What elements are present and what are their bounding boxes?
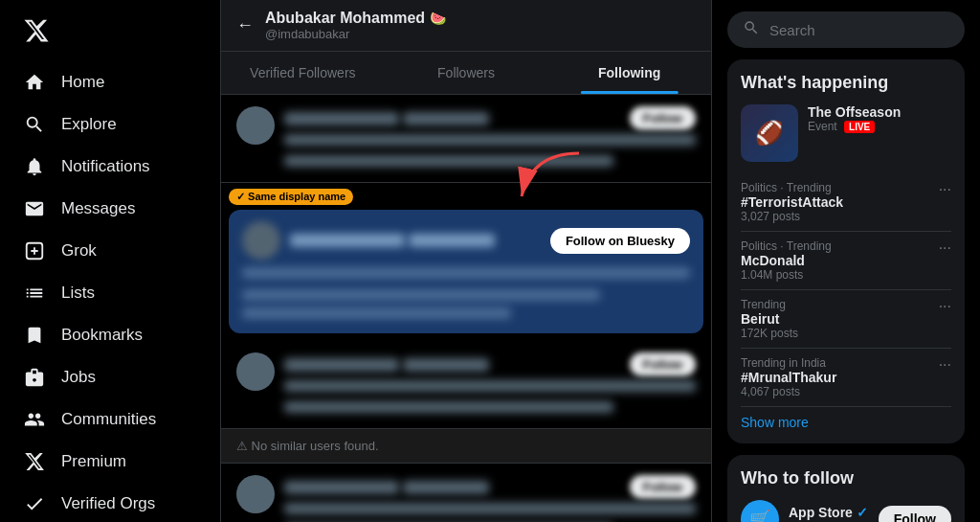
- trend-count: 4,067 posts: [741, 385, 836, 398]
- trend-item-0[interactable]: Politics · Trending #TerroristAttack 3,0…: [741, 173, 951, 232]
- event-name: The Offseason: [808, 104, 901, 120]
- sidebar-item-verified-orgs[interactable]: Verified Orgs: [11, 483, 209, 522]
- user-name-line: Follow: [284, 106, 696, 130]
- jobs-icon: [23, 366, 46, 389]
- trend-item-2[interactable]: Trending Beirut 172K posts ···: [741, 290, 951, 349]
- suggestion-avatar: 🛒: [741, 500, 779, 522]
- profile-handle: @imdabubakar: [265, 27, 446, 41]
- user-name-line: Follow: [284, 475, 696, 499]
- profile-info: Abubakar Mohammed 🍉 @imdabubakar: [265, 10, 446, 41]
- sidebar-label-communities: Communities: [61, 410, 156, 429]
- sidebar-label-messages: Messages: [61, 199, 135, 218]
- trend-category: Trending: [741, 298, 798, 311]
- blurred-handle: [403, 358, 489, 372]
- left-sidebar: Home Explore Notifications Messages Grok…: [0, 0, 220, 522]
- sidebar-label-lists: Lists: [61, 284, 95, 303]
- trend-more-icon[interactable]: ···: [939, 239, 951, 257]
- follow-button[interactable]: Follow: [630, 475, 696, 499]
- premium-icon: [23, 450, 46, 473]
- search-box[interactable]: [727, 11, 965, 48]
- sidebar-item-grok[interactable]: Grok: [11, 230, 209, 272]
- sidebar-label-notifications: Notifications: [61, 157, 150, 176]
- sidebar-item-jobs[interactable]: Jobs: [11, 356, 209, 398]
- blurred-username: [284, 112, 399, 125]
- trend-category: Politics · Trending: [741, 181, 843, 194]
- verified-badge-icon: ✓: [857, 505, 868, 520]
- trend-category: Trending in India: [741, 356, 836, 370]
- who-to-follow-title: Who to follow: [741, 468, 951, 488]
- avatar: [236, 106, 275, 145]
- search-input[interactable]: [769, 22, 949, 38]
- communities-icon: [23, 408, 46, 431]
- back-button[interactable]: ←: [236, 15, 254, 35]
- sidebar-label-bookmarks: Bookmarks: [61, 326, 143, 345]
- logo[interactable]: [11, 8, 209, 57]
- sidebar-item-lists[interactable]: Lists: [11, 272, 209, 314]
- trend-name: McDonald: [741, 253, 832, 268]
- blurred-bio: [284, 134, 696, 146]
- sidebar-item-premium[interactable]: Premium: [11, 441, 209, 483]
- sidebar-label-premium: Premium: [61, 452, 126, 471]
- sidebar-item-messages[interactable]: Messages: [11, 188, 209, 230]
- tab-following[interactable]: Following: [547, 52, 711, 94]
- blurred-bio2: [284, 155, 613, 167]
- sidebar-item-bookmarks[interactable]: Bookmarks: [11, 314, 209, 356]
- user-content: Follow: [284, 475, 696, 522]
- blurred-handle: [403, 112, 489, 125]
- trend-item-3[interactable]: Trending in India #MrunalThakur 4,067 po…: [741, 349, 951, 407]
- follow-suggestion-0: 🛒 App Store ✓ @AppStore Follow: [741, 500, 951, 522]
- profile-name: Abubakar Mohammed 🍉: [265, 10, 446, 27]
- follow-appstore-button[interactable]: Follow: [879, 506, 951, 522]
- who-to-follow-panel: Who to follow 🛒 App Store ✓ @AppStore Fo…: [727, 455, 965, 522]
- bluesky-avatar: [242, 221, 280, 260]
- list-item: Follow: [221, 464, 711, 522]
- tab-followers[interactable]: Followers: [385, 52, 548, 94]
- event-item[interactable]: 🏈 The Offseason Event LIVE: [741, 104, 951, 162]
- sidebar-label-jobs: Jobs: [61, 368, 96, 387]
- user-name-line: Follow: [284, 352, 696, 376]
- trend-more-icon[interactable]: ···: [939, 298, 951, 315]
- sidebar-item-communities[interactable]: Communities: [11, 398, 209, 441]
- trend-more-icon[interactable]: ···: [939, 181, 951, 198]
- follow-bluesky-button-1[interactable]: Follow on Bluesky: [550, 228, 690, 254]
- sidebar-label-home: Home: [61, 73, 104, 92]
- list-item: Follow: [221, 95, 711, 183]
- avatar: [236, 475, 275, 513]
- follow-button[interactable]: Follow: [630, 352, 696, 376]
- no-similar-text: ⚠ No similar users found.: [236, 439, 379, 453]
- sidebar-item-explore[interactable]: Explore: [11, 103, 209, 146]
- trend-count: 1.04M posts: [741, 268, 832, 282]
- trend-item-1[interactable]: Politics · Trending McDonald 1.04M posts…: [741, 232, 951, 290]
- show-more-link[interactable]: Show more: [741, 407, 951, 430]
- sidebar-label-grok: Grok: [61, 241, 97, 261]
- whats-happening-panel: What's happening 🏈 The Offseason Event L…: [727, 59, 965, 443]
- blurred-bio: [284, 503, 696, 514]
- explore-icon: [23, 113, 46, 136]
- bell-icon: [23, 155, 46, 178]
- no-similar-banner: ⚠ No similar users found.: [221, 429, 711, 464]
- trend-name: #TerroristAttack: [741, 194, 843, 210]
- event-type: Event LIVE: [808, 120, 901, 133]
- profile-header: ← Abubakar Mohammed 🍉 @imdabubakar: [221, 0, 711, 52]
- bluesky-user-row: Follow on Bluesky: [242, 221, 690, 260]
- event-info: The Offseason Event LIVE: [808, 104, 901, 133]
- blurred-bio: [284, 380, 696, 392]
- bluesky-bio1: [242, 267, 690, 279]
- user-content: Follow: [284, 106, 696, 170]
- event-thumbnail: 🏈: [741, 104, 798, 162]
- verified-orgs-icon: [23, 492, 46, 515]
- trend-name: #MrunalThakur: [741, 370, 836, 385]
- tab-verified-followers[interactable]: Verified Followers: [221, 52, 385, 94]
- blurred-username: [284, 481, 399, 494]
- trend-more-icon[interactable]: ···: [939, 356, 951, 374]
- sidebar-item-home[interactable]: Home: [11, 61, 209, 103]
- bluesky-section-1: ✓ Same display name Follow on Bluesky: [229, 187, 703, 333]
- sidebar-label-verified-orgs: Verified Orgs: [61, 494, 155, 513]
- search-icon: [743, 19, 760, 40]
- suggestion-name: App Store ✓: [789, 505, 869, 520]
- grok-icon: [23, 239, 46, 262]
- feed: Follow ✓ Same display name: [221, 95, 711, 522]
- follow-button[interactable]: Follow: [630, 106, 696, 130]
- user-content: Follow: [284, 352, 696, 417]
- sidebar-item-notifications[interactable]: Notifications: [11, 146, 209, 188]
